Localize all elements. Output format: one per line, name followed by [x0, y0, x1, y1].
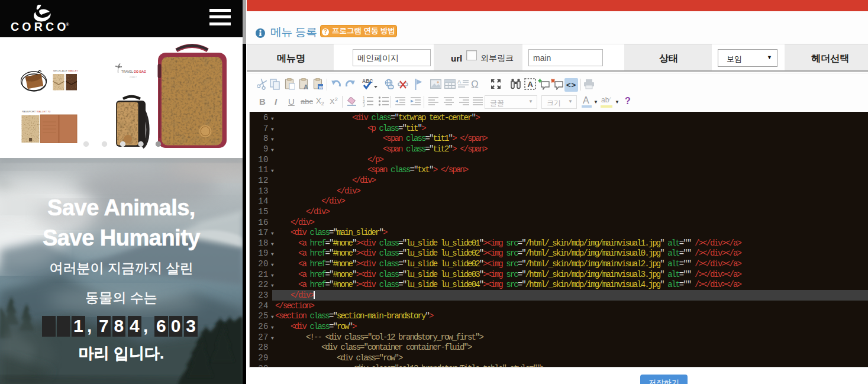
- svg-text:CORCO: CORCO: [11, 20, 69, 31]
- svg-text:PASSPORT WALLET 70: PASSPORT WALLET 70: [22, 110, 51, 113]
- svg-text:W: W: [319, 85, 324, 90]
- svg-text:3: 3: [363, 103, 365, 107]
- svg-text:A: A: [304, 83, 308, 90]
- svg-text:A: A: [528, 80, 534, 89]
- svg-text:A: A: [457, 79, 461, 85]
- svg-text:CORK 7: CORK 7: [130, 76, 137, 79]
- svg-text:®: ®: [66, 22, 69, 27]
- svg-text:NECKLACE WALLET: NECKLACE WALLET: [53, 69, 79, 72]
- svg-text:ABC: ABC: [362, 78, 373, 84]
- svg-text:TRAVEL GO BAG: TRAVEL GO BAG: [121, 70, 146, 73]
